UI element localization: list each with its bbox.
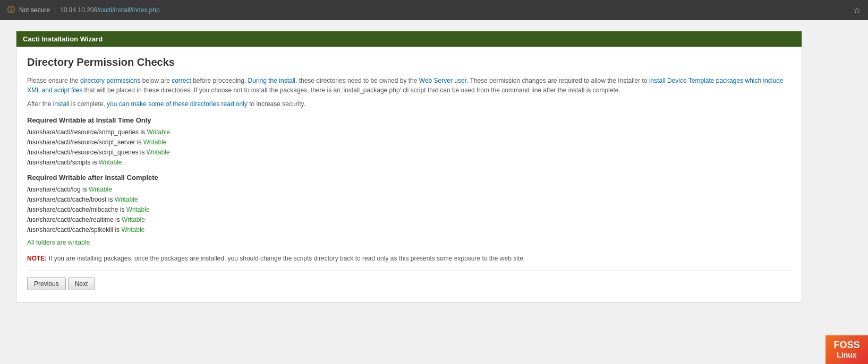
foss-text: FOSS — [833, 340, 860, 351]
button-bar: Previous Next — [27, 278, 791, 293]
warning-icon: ⓘ — [7, 5, 15, 15]
perm-line-8: /usr/share/cacti/cache/realtime is Writa… — [27, 216, 791, 223]
perm-line-6: /usr/share/cacti/cache/boost is Writable — [27, 196, 791, 203]
not-secure-label: Not secure — [19, 6, 50, 14]
wizard-container: Cacti Installation Wizard Directory Perm… — [16, 31, 802, 302]
next-button[interactable]: Next — [68, 278, 95, 290]
wizard-header-title: Cacti Installation Wizard — [23, 35, 103, 43]
page-title: Directory Permission Checks — [27, 56, 791, 68]
perm-line-3: /usr/share/cacti/resource/script_queries… — [27, 149, 791, 156]
previous-button[interactable]: Previous — [27, 278, 66, 290]
perm-line-4: /usr/share/cacti/scripts is Writable — [27, 159, 791, 166]
perm-line-1: /usr/share/cacti/resource/snmp_queries i… — [27, 128, 791, 136]
browser-url: 10.94.10.206/cacti/install/index.php — [60, 6, 159, 14]
wizard-header: Cacti Installation Wizard — [16, 31, 802, 47]
linux-text: Linux — [837, 351, 856, 360]
section1-heading: Required Writable at Install Time Only — [27, 116, 791, 124]
after-install-text: After the install is complete, you can m… — [27, 100, 791, 108]
page-wrapper: Cacti Installation Wizard Directory Perm… — [0, 20, 868, 364]
divider — [27, 271, 791, 271]
note-text: If you are installing packages, once the… — [49, 255, 525, 262]
note-line: NOTE: If you are installing packages, on… — [27, 255, 791, 262]
browser-bar: ⓘ Not secure | 10.94.10.206/cacti/instal… — [0, 0, 868, 20]
intro-text: Please ensure the directory permissions … — [27, 76, 791, 95]
url-base: 10.94.10.206 — [60, 6, 97, 14]
url-path: /cacti/install/index.php — [97, 6, 159, 14]
section2-heading: Required Writable after Install Complete — [27, 174, 791, 181]
note-label: NOTE: — [27, 255, 47, 262]
perm-line-2: /usr/share/cacti/resource/script_server … — [27, 138, 791, 146]
perm-line-9: /usr/share/cacti/cache/spikekill is Writ… — [27, 226, 791, 233]
all-folders-message: All folders are writable — [27, 239, 791, 246]
foss-linux-badge: FOSS Linux — [826, 335, 868, 364]
bookmark-icon[interactable]: ☆ — [853, 5, 861, 15]
wizard-body: Directory Permission Checks Please ensur… — [16, 47, 802, 302]
separator: | — [54, 6, 56, 14]
perm-line-7: /usr/share/cacti/cache/mibcache is Writa… — [27, 206, 791, 213]
perm-line-5: /usr/share/cacti/log is Writable — [27, 186, 791, 193]
